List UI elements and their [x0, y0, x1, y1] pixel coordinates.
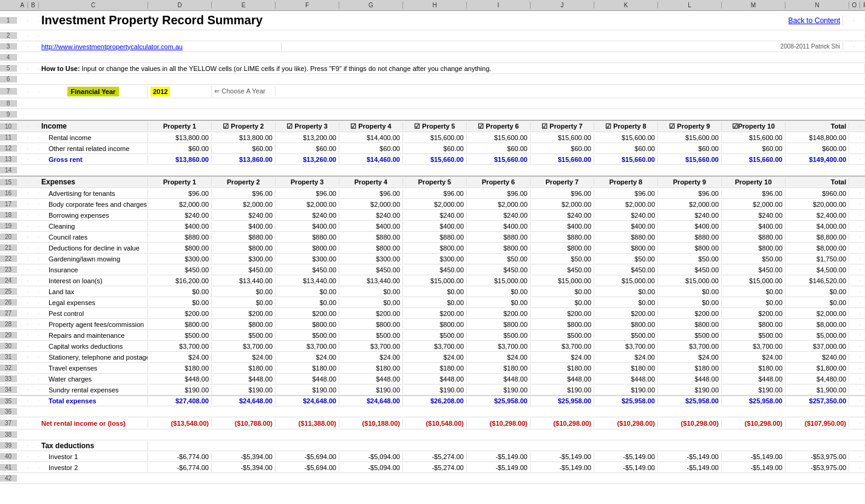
rownum-15: 15	[0, 179, 17, 186]
exp-18-p4: $240.00	[339, 211, 403, 220]
col-k-header: K	[594, 2, 658, 8]
exp-29-p5: $500.00	[403, 331, 467, 340]
cell-5a	[17, 68, 28, 69]
rownum-23: 23	[0, 266, 17, 273]
exp-28-p6: $800.00	[467, 320, 531, 329]
exp-26-p5: $0.00	[403, 298, 467, 307]
cell-30a	[17, 346, 28, 347]
other-income-label: Other rental related income	[39, 144, 148, 153]
other-income-p4: $60.00	[339, 144, 403, 153]
investor2-p5: -$5,274.00	[403, 463, 467, 472]
rownum-25: 25	[0, 288, 17, 295]
total-exp-header: Total	[785, 178, 849, 186]
cell-3-spacer	[282, 46, 779, 47]
exp-20-p11: $8,800.00	[785, 233, 849, 241]
cell-24p	[860, 280, 865, 281]
exp-26-p11: $0.00	[785, 298, 849, 307]
rownum-1: 1	[0, 17, 17, 24]
exp-34-p2: $190.00	[212, 386, 276, 394]
cell-32p	[860, 368, 865, 369]
exp-25-p2: $0.00	[212, 287, 276, 296]
exp-label-26: Legal expenses	[39, 298, 148, 307]
exp-33-p4: $448.00	[339, 375, 403, 383]
col-m-header: M	[722, 2, 785, 8]
rownum-34: 34	[0, 386, 17, 393]
exp-18-p1: $240.00	[148, 211, 212, 220]
exp-21-p1: $800.00	[148, 244, 212, 252]
cell-1a	[17, 20, 28, 21]
exp-32-p10: $180.00	[722, 364, 785, 372]
exp-31-p4: $24.00	[339, 353, 403, 361]
rownum-42: 42	[0, 475, 17, 482]
cell-41b	[28, 467, 39, 468]
cell-22o	[849, 258, 860, 260]
exp-31-p5: $24.00	[403, 353, 467, 361]
cell-31a	[17, 357, 28, 358]
exp-26-p9: $0.00	[658, 298, 722, 307]
exp-31-p11: $240.00	[785, 353, 849, 361]
exp-16-p6: $96.00	[467, 189, 531, 198]
cell-22b	[28, 258, 39, 260]
rental-income-p5: $15,600.00	[403, 133, 467, 142]
exp-label-21: Deductions for decline in value	[39, 244, 148, 252]
cell-37p	[860, 423, 865, 424]
gross-rent-p9: $15,660.00	[658, 155, 722, 164]
cell-19b	[28, 226, 39, 227]
financial-year-value-cell[interactable]: 2012	[148, 86, 212, 97]
rownum-41: 41	[0, 464, 17, 471]
back-to-content-link[interactable]: Back to Content	[779, 16, 843, 25]
rental-income-p10: $15,600.00	[722, 133, 785, 142]
investor2-p9: -$5,149.00	[658, 463, 722, 472]
row-20-expense: 20Council rates$880.00$880.00$880.00$880…	[0, 232, 865, 243]
net-rental-p7: ($10,298.00)	[531, 419, 594, 428]
exp-20-p10: $880.00	[722, 233, 785, 241]
exp-29-p2: $500.00	[212, 331, 276, 340]
exp-17-p5: $2,000.00	[403, 200, 467, 209]
cell-12o	[849, 148, 860, 149]
exp-23-p7: $450.00	[531, 266, 594, 274]
investor1-p3: -$5,694.00	[276, 452, 339, 461]
exp-29-p11: $5,000.00	[785, 331, 849, 340]
exp-28-p8: $800.00	[594, 320, 658, 329]
cell-26p	[860, 302, 865, 303]
exp-label-33: Water charges	[39, 375, 148, 383]
cell-11o	[849, 137, 860, 138]
rownum-17: 17	[0, 201, 17, 207]
exp-21-p3: $800.00	[276, 244, 339, 252]
cell-31b	[28, 357, 39, 358]
cell-23p	[860, 269, 865, 270]
row-27-expense: 27Pest control$200.00$200.00$200.00$200.…	[0, 308, 865, 319]
exp-16-p1: $96.00	[148, 189, 212, 198]
cell-33p	[860, 378, 865, 380]
cell-27b	[28, 313, 39, 314]
exp-30-p1: $3,700.00	[148, 342, 212, 351]
exp-35-p5: $26,208.00	[403, 397, 467, 405]
exp-25-p8: $0.00	[594, 287, 658, 296]
exp-28-p4: $800.00	[339, 320, 403, 329]
cell-3p	[854, 46, 865, 47]
cell-18b	[28, 215, 39, 216]
cell-18a	[17, 215, 28, 216]
exp-19-p3: $400.00	[276, 222, 339, 230]
cell-35o	[849, 400, 860, 402]
cell-17p	[860, 204, 865, 205]
cell-3b	[28, 46, 39, 47]
net-rental-p10: ($10,298.00)	[722, 419, 785, 428]
exp-23-p4: $450.00	[339, 266, 403, 274]
exp-34-p8: $190.00	[594, 386, 658, 394]
exp-35-p6: $25,958.00	[467, 397, 531, 405]
url-cell[interactable]: http://www.investmentpropertycalculator.…	[39, 42, 282, 51]
rownum-18: 18	[0, 212, 17, 218]
prop3-income-header: ☑ Property 3	[276, 122, 339, 131]
investor1-p4: -$5,094.00	[339, 452, 403, 461]
exp-24-p7: $15,000.00	[531, 277, 594, 285]
cell-28p	[860, 324, 865, 325]
exp-35-p11: $257,350.00	[785, 397, 849, 405]
col-i-header: I	[467, 2, 531, 8]
exp-33-p6: $448.00	[467, 375, 531, 383]
cell-20b	[28, 237, 39, 238]
exp-29-p10: $500.00	[722, 331, 785, 340]
exp-32-p7: $180.00	[531, 364, 594, 372]
exp-19-p8: $400.00	[594, 222, 658, 230]
cell-11a	[17, 137, 28, 138]
